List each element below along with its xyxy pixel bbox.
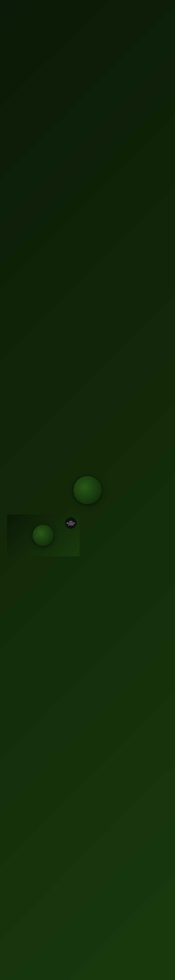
hero2-image (0, 456, 88, 508)
hero2-food-circle (73, 476, 102, 504)
contact-badge-label: BUSINESSLUNCH (67, 522, 75, 526)
contact-food-circle (33, 525, 54, 546)
hero2-section: OUR RESTAURANT A new way to experience f… (0, 456, 175, 508)
contact-badge: 40% BUSINESSLUNCH (65, 517, 77, 529)
contact-image: 40% BUSINESSLUNCH (7, 514, 80, 557)
contact-badge-percent: 40% (69, 521, 72, 522)
hero2-food-bg (0, 0, 175, 604)
